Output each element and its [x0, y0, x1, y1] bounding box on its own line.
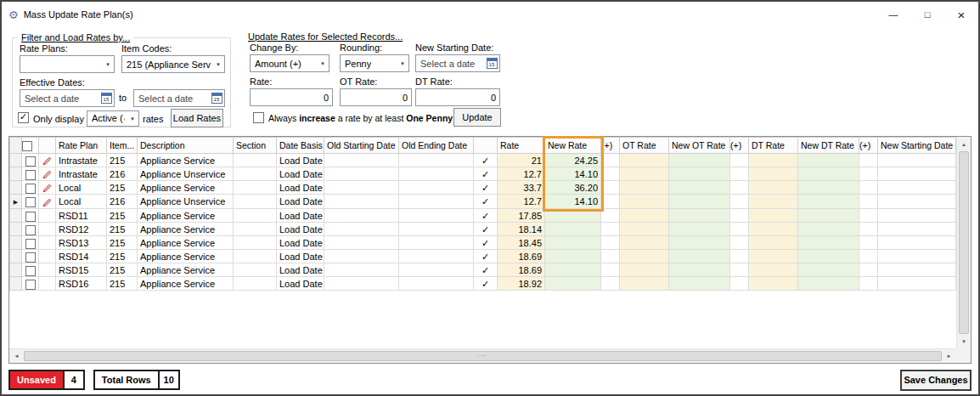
cell-dt-rate[interactable] [749, 167, 798, 181]
cell-plus1[interactable] [601, 263, 620, 277]
cell-plus3[interactable] [859, 154, 878, 167]
cell-sel[interactable] [22, 195, 39, 209]
cell-ot-rate[interactable] [620, 195, 669, 209]
row-selector[interactable] [10, 181, 22, 195]
horizontal-scroll-thumb[interactable]: ∙∙∙ [24, 351, 942, 361]
row-selector[interactable] [10, 263, 22, 277]
cell-old-starting-date[interactable] [324, 263, 399, 277]
column-header-old-starting-date[interactable]: Old Starting Date [324, 138, 399, 154]
cell-plus1[interactable] [601, 195, 620, 209]
cell-new-starting-date[interactable] [878, 223, 956, 236]
cell-plus2[interactable] [730, 167, 749, 181]
cell-rate[interactable]: 12.7 [498, 167, 545, 181]
column-header-section[interactable]: Section [234, 138, 277, 154]
cell-ot-rate[interactable] [620, 167, 669, 181]
vertical-scroll-thumb[interactable] [959, 151, 969, 334]
cell-item[interactable]: 215 [107, 209, 138, 223]
cell-rate-plan[interactable]: Intrastate [56, 154, 107, 167]
grid-row[interactable]: RSD15215Appliance ServiceLoad Date✓18.69 [10, 263, 956, 277]
cell-old-starting-date[interactable] [324, 167, 399, 181]
cell-date-basis[interactable]: Load Date [277, 154, 324, 167]
cell-new-dt-rate[interactable] [798, 250, 859, 263]
cell-description[interactable]: Appliance Unservice [138, 167, 234, 181]
cell-dt-rate[interactable] [749, 209, 798, 223]
cell-section[interactable] [234, 250, 277, 263]
cell-plus3[interactable] [859, 263, 878, 277]
active-filter-combobox[interactable]: Active (✓) ▼ [87, 110, 139, 127]
cell-plus1[interactable] [601, 181, 620, 195]
row-checkbox[interactable] [25, 225, 36, 235]
only-display-checkbox[interactable] [18, 112, 29, 123]
cell-plus2[interactable] [730, 223, 749, 236]
cell-new-rate[interactable]: 36.20 [545, 181, 601, 195]
calendar-button[interactable]: 15 [209, 90, 224, 106]
cell-item[interactable]: 215 [107, 250, 138, 263]
cell-rate-plan[interactable]: Local [56, 195, 107, 209]
cell-plus3[interactable] [859, 277, 878, 291]
cell-rate[interactable]: 18.14 [498, 223, 545, 236]
calendar-button[interactable]: 15 [99, 90, 114, 106]
cell-old-starting-date[interactable] [324, 209, 399, 223]
row-checkbox[interactable] [25, 239, 36, 249]
ot-rate-input[interactable] [340, 88, 412, 106]
row-selector[interactable] [10, 277, 22, 291]
column-header-item[interactable]: Item... [107, 138, 138, 154]
column-header-date-basis[interactable]: Date Basis [277, 138, 324, 154]
column-header-new-dt-rate[interactable]: New DT Rate [798, 138, 859, 154]
cell-rate-plan[interactable]: Intrastate [56, 167, 107, 181]
row-selector[interactable] [10, 167, 22, 181]
cell-date-basis[interactable]: Load Date [277, 181, 324, 195]
cell-new-ot-rate[interactable] [669, 250, 730, 263]
cell-chk[interactable]: ✓ [474, 195, 498, 209]
cell-description[interactable]: Appliance Service [138, 277, 234, 291]
cell-plus1[interactable] [601, 236, 620, 250]
save-changes-button[interactable]: Save Changes [900, 370, 972, 391]
cell-old-ending-date[interactable] [399, 167, 474, 181]
cell-plus1[interactable] [601, 277, 620, 291]
cell-rate-plan[interactable]: RSD16 [56, 277, 107, 291]
cell-chk[interactable]: ✓ [474, 236, 498, 250]
change-by-combobox[interactable]: Amount (+) ▼ [250, 54, 329, 72]
cell-plus1[interactable] [601, 209, 620, 223]
column-header-new-starting-date[interactable]: New Starting Date [878, 138, 956, 154]
dt-rate-input[interactable] [415, 88, 500, 106]
cell-ot-rate[interactable] [620, 223, 669, 236]
cell-ot-rate[interactable] [620, 236, 669, 250]
item-codes-combobox[interactable]: 215 (Appliance Service... ▼ [121, 55, 225, 73]
row-checkbox[interactable] [25, 156, 36, 167]
cell-old-ending-date[interactable] [399, 181, 474, 195]
cell-dt-rate[interactable] [749, 154, 798, 167]
cell-section[interactable] [234, 223, 277, 236]
cell-plus2[interactable] [730, 277, 749, 291]
cell-dt-rate[interactable] [749, 263, 798, 277]
cell-new-starting-date[interactable] [878, 263, 956, 277]
scroll-left-arrow-icon[interactable]: ◄ [9, 349, 24, 363]
row-checkbox[interactable] [25, 280, 36, 290]
cell-chk[interactable]: ✓ [474, 181, 498, 195]
cell-item[interactable]: 216 [107, 167, 138, 181]
cell-rate[interactable]: 18.45 [498, 236, 545, 250]
row-selector[interactable] [10, 209, 22, 223]
cell-rate[interactable]: 33.7 [498, 181, 545, 195]
cell-plus3[interactable] [859, 167, 878, 181]
cell-dt-rate[interactable] [749, 223, 798, 236]
cell-edit[interactable] [39, 263, 56, 277]
cell-edit[interactable] [39, 209, 56, 223]
cell-dt-rate[interactable] [749, 236, 798, 250]
cell-ot-rate[interactable] [620, 154, 669, 167]
cell-date-basis[interactable]: Load Date [277, 236, 324, 250]
column-header-sel[interactable] [22, 138, 39, 154]
cell-date-basis[interactable]: Load Date [277, 209, 324, 223]
cell-new-dt-rate[interactable] [798, 236, 859, 250]
cell-new-rate[interactable]: 24.25 [545, 154, 601, 167]
scroll-down-arrow-icon[interactable]: ▼ [957, 334, 971, 348]
cell-new-starting-date[interactable] [878, 277, 956, 291]
select-all-checkbox[interactable] [22, 141, 32, 151]
cell-item[interactable]: 215 [107, 181, 138, 195]
cell-rate[interactable]: 18.69 [498, 250, 545, 263]
cell-new-rate[interactable] [545, 250, 601, 263]
cell-chk[interactable]: ✓ [474, 167, 498, 181]
cell-rate-plan[interactable]: RSD13 [56, 236, 107, 250]
cell-old-starting-date[interactable] [324, 195, 399, 209]
cell-description[interactable]: Appliance Service [138, 263, 234, 277]
